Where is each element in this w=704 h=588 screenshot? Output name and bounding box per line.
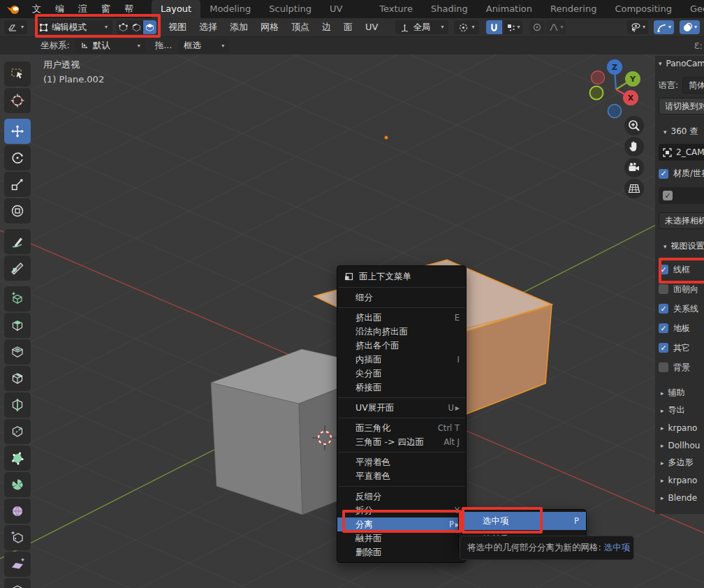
checkbox-icon[interactable]: ✓ [659, 265, 668, 274]
topbar-menu-item[interactable]: 窗口 [94, 0, 117, 18]
view-setting-row[interactable]: ✓ 关系线 [659, 299, 698, 318]
tool-add-cube[interactable] [4, 286, 31, 311]
zoom-button[interactable] [624, 116, 644, 135]
snap-target-dropdown[interactable]: ▾ [504, 20, 522, 34]
gizmos-toggle-button[interactable]: ▾ [654, 20, 674, 34]
view-setting-row[interactable]: ✓ 其它 [659, 338, 698, 358]
mode-dropdown[interactable]: 编辑模式 ▾ [34, 20, 112, 34]
context-menu-item[interactable]: 挤出面 E [337, 311, 466, 325]
topbar-menu-item[interactable]: 帮助 [117, 0, 140, 18]
tool-loop-cut[interactable] [4, 392, 31, 418]
context-menu-item[interactable]: 拆分 Y [337, 504, 466, 517]
tool-cursor[interactable] [4, 88, 31, 113]
workspace-tab[interactable]: Texture Paint [370, 0, 422, 18]
no-camera-button[interactable]: 未选择相机 [659, 212, 704, 229]
edge-select-button[interactable] [130, 20, 143, 34]
face-select-button[interactable] [143, 20, 156, 34]
viewport-menu-item[interactable]: 视图 [162, 18, 193, 36]
select-mode-dropdown[interactable]: 框选 ▾ [179, 39, 229, 53]
submenu-item[interactable]: 选中项 P [459, 512, 586, 530]
tool-shear[interactable] [4, 552, 31, 577]
material-world-checkbox-row[interactable]: ✓ 材质/世界 [659, 168, 704, 179]
viewport-menu-item[interactable]: UV [359, 18, 384, 36]
view-setting-row[interactable]: ✓ 线框 [659, 260, 698, 279]
checkbox-icon[interactable]: ✓ [659, 284, 668, 294]
collapsed-section-row[interactable]: ▸ 辅助 [661, 384, 700, 402]
tool-randomize[interactable] [4, 525, 31, 550]
gizmo-negative-y-ball[interactable] [590, 87, 603, 100]
switch-language-button[interactable]: 请切换到对 [659, 98, 704, 115]
context-menu-item[interactable]: 反细分 [337, 490, 466, 504]
collapsed-section-row[interactable]: ▸ krpano [661, 471, 700, 489]
context-menu-item[interactable]: 分离 P ▶ [337, 517, 466, 531]
camera-object-field[interactable]: 2_CAM [659, 144, 704, 161]
editor-type-button[interactable]: ▾ [4, 20, 27, 34]
workspace-tab[interactable]: Shading [422, 0, 477, 18]
tool-measure[interactable] [4, 256, 31, 281]
collapsed-section-row[interactable]: ▸ Dollhou [661, 436, 700, 454]
view-setting-row[interactable]: ✓ 面朝向 [659, 279, 698, 299]
language-dropdown[interactable]: 简体中 [682, 77, 704, 94]
tool-spin[interactable] [4, 472, 31, 497]
viewport-menu-item[interactable]: 添加 [223, 18, 254, 36]
viewport-menu-item[interactable]: 选择 [193, 18, 223, 36]
tool-poly-build[interactable] [4, 446, 31, 471]
projection-toggle-button[interactable] [624, 179, 644, 198]
viewport-menu-item[interactable]: 网格 [254, 18, 285, 36]
snap-toggle-button[interactable] [486, 20, 502, 34]
proportional-editing-button[interactable] [529, 20, 545, 34]
context-menu-item[interactable]: 三角面 -> 四边面 Alt J [337, 435, 466, 449]
tool-select-box[interactable] [4, 61, 31, 87]
gizmo-negative-z-ball[interactable] [608, 105, 622, 118]
topbar-menu-item[interactable]: 渲染 [71, 0, 94, 18]
workspace-tab[interactable]: Sculpting [260, 0, 321, 18]
context-menu-item[interactable]: 删除面 [337, 545, 466, 559]
context-menu-item[interactable]: 细分 [337, 291, 466, 304]
checkbox-checked-icon[interactable]: ✓ [659, 169, 668, 179]
workspace-tab[interactable]: Geometry Nodes [681, 0, 704, 18]
context-menu-item[interactable]: 融并面 [337, 531, 466, 545]
vertex-select-button[interactable] [117, 20, 130, 34]
overlays-toggle-button[interactable]: ▾ [680, 20, 700, 34]
workspace-tab[interactable]: Rendering [541, 0, 606, 18]
workspace-tab[interactable]: Compositing [606, 0, 681, 18]
context-menu-item[interactable]: 挤出各个面 [337, 339, 466, 353]
view-setting-row[interactable]: ✓ 背景 [659, 358, 698, 377]
gizmo-negative-x-ball[interactable] [592, 71, 605, 84]
tool-move[interactable] [4, 119, 31, 144]
checkbox-icon[interactable]: ✓ [659, 323, 668, 333]
workspace-tab[interactable]: Animation [477, 0, 541, 18]
tool-scale[interactable] [4, 172, 31, 197]
camera-view-button[interactable] [624, 158, 644, 177]
context-menu-item[interactable]: 沿法向挤出面 [337, 325, 466, 339]
checkbox-icon[interactable]: ✓ [659, 304, 668, 314]
workspace-tab[interactable]: UV Editing [321, 0, 370, 18]
orientation-default-dropdown[interactable]: 默认 ▾ [75, 39, 145, 53]
checkbox-icon[interactable]: ✓ [659, 343, 668, 353]
tool-annotate[interactable] [4, 229, 31, 254]
checkbox-gray-checked-icon[interactable]: ✓ [663, 191, 673, 200]
transform-orientation-dropdown[interactable]: 全局 ▾ [395, 20, 448, 34]
tool-bevel[interactable] [4, 366, 31, 391]
workspace-tab[interactable]: Modeling [200, 0, 260, 18]
pan-button[interactable] [624, 137, 644, 156]
context-menu-item[interactable]: 内插面 I [337, 353, 466, 367]
navigation-gizmo[interactable]: Z Y X [573, 49, 663, 126]
topbar-menu-item[interactable]: 编辑 [48, 0, 71, 18]
topbar-menu-item[interactable]: 文件 [25, 0, 48, 18]
context-menu-item[interactable]: 平直着色 [337, 469, 466, 483]
visibility-dropdown[interactable]: ▾ [627, 20, 648, 34]
tool-smooth[interactable] [4, 499, 31, 524]
context-menu-item[interactable]: UV展开面 U ▶ [337, 401, 466, 415]
pivot-point-dropdown[interactable]: ▾ [454, 20, 479, 34]
context-menu-item[interactable]: 尖分面 [337, 367, 466, 381]
checkbox-icon[interactable]: ✓ [659, 362, 668, 372]
context-menu-item[interactable]: 面三角化 Ctrl T [337, 421, 466, 435]
tool-rotate[interactable] [4, 145, 31, 170]
collapsed-section-row[interactable]: ▸ 导出 [661, 402, 700, 419]
context-menu-item[interactable]: 桥接面 [337, 381, 466, 395]
tool-extrude-region[interactable] [4, 313, 31, 338]
blender-logo-icon[interactable] [6, 4, 21, 15]
proportional-falloff-dropdown[interactable]: ▾ [546, 20, 566, 34]
viewport-menu-item[interactable]: 边 [316, 18, 337, 36]
